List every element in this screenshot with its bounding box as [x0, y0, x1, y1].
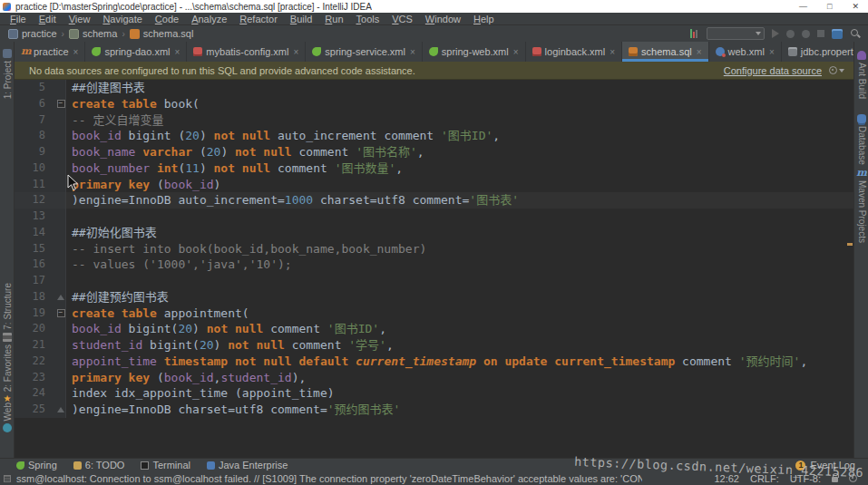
code-line: 25)engine=InnoDB charset=utf8 comment='预…: [15, 402, 853, 418]
fold-column: [56, 209, 66, 225]
tab-label: web.xml: [728, 46, 765, 57]
maximize-icon[interactable]: □: [827, 0, 832, 13]
line-number: 5: [15, 80, 56, 96]
menu-item-navigate[interactable]: Navigate: [96, 13, 148, 25]
tab-spring-service.xml[interactable]: spring-service.xml×: [306, 42, 422, 62]
fold-column: [56, 128, 66, 144]
close-icon[interactable]: ✕: [852, 0, 859, 13]
line-number: 15: [15, 241, 56, 257]
code-editor[interactable]: 5##创建图书表6−create table book(7-- 定义自增变量8b…: [15, 80, 853, 458]
tab-mybatis-config.xml[interactable]: mybatis-config.xml×: [187, 42, 306, 62]
line-number: 8: [15, 128, 56, 144]
menu-item-analyze[interactable]: Analyze: [185, 13, 233, 25]
caret-position[interactable]: 12:62: [714, 473, 739, 484]
line-number: 22: [15, 354, 56, 370]
gear-icon: [829, 66, 837, 74]
coverage-button[interactable]: [802, 30, 810, 38]
toolwindow-switcher-icon[interactable]: [4, 475, 11, 482]
menu-item-build[interactable]: Build: [284, 13, 318, 25]
error-stripe-mark[interactable]: [847, 243, 853, 246]
tab-close-icon[interactable]: ×: [410, 47, 415, 57]
line-number: 21: [15, 337, 56, 354]
project-folder-icon: [8, 29, 18, 39]
tab-spring-dao.xml[interactable]: spring-dao.xml×: [85, 42, 187, 62]
menu-item-window[interactable]: Window: [419, 13, 467, 25]
file-encoding[interactable]: UTF-8:: [790, 473, 821, 484]
todo-icon: [73, 461, 82, 470]
fold-end-icon[interactable]: [57, 407, 64, 412]
stripe-button-project[interactable]: 1: Project: [0, 49, 15, 99]
toolwindow-button-todo[interactable]: 6: TODO: [73, 460, 125, 470]
stripe-button-structure[interactable]: 7: Structure: [0, 283, 15, 342]
lock-icon[interactable]: [832, 477, 838, 482]
code-text: create table book(: [66, 96, 200, 112]
code-line: 5##创建图书表: [15, 80, 853, 96]
tab-close-icon[interactable]: ×: [293, 47, 298, 57]
fold-end-icon[interactable]: [57, 295, 64, 300]
configure-datasource-link[interactable]: Configure data source: [724, 65, 822, 76]
tab-spring-web.xml[interactable]: spring-web.xml×: [423, 42, 526, 62]
stripe-button-web[interactable]: Web: [0, 403, 15, 432]
breadcrumb-item[interactable]: practice: [5, 28, 60, 39]
menu-item-refactor[interactable]: Refactor: [233, 13, 284, 25]
menu-item-view[interactable]: View: [63, 13, 97, 25]
menu-item-file[interactable]: File: [4, 13, 33, 25]
stop-button[interactable]: [817, 30, 824, 37]
tab-schema.sql[interactable]: schema.sql×: [622, 42, 708, 62]
tab-close-icon[interactable]: ×: [513, 47, 519, 57]
stripe-button-favorites[interactable]: 2: Favorites★: [0, 344, 15, 403]
tab-web.xml[interactable]: web.xml×: [709, 42, 782, 62]
debug-button[interactable]: [786, 30, 795, 38]
tab-close-icon[interactable]: ×: [175, 47, 180, 57]
fold-collapse-icon[interactable]: −: [57, 100, 65, 108]
line-number: 16: [15, 257, 56, 273]
tab-loginback.xml[interactable]: loginback.xml×: [526, 42, 622, 62]
stripe-button-database[interactable]: Database: [854, 114, 868, 165]
navigation-bar: practice›schema›schema.sql: [0, 25, 868, 42]
menu-item-tools[interactable]: Tools: [350, 13, 386, 25]
breadcrumb-item[interactable]: schema: [66, 28, 121, 39]
code-text: book_name varchar (20) not null comment …: [66, 144, 424, 160]
line-number: 6: [15, 96, 56, 112]
fold-column: [56, 337, 66, 354]
run-config-select[interactable]: [707, 27, 765, 40]
tab-close-icon[interactable]: ×: [73, 47, 79, 57]
tab-close-icon[interactable]: ×: [610, 47, 615, 57]
code-line: 6−create table book(: [15, 96, 853, 112]
tab-close-icon[interactable]: ×: [697, 47, 702, 57]
menu-item-vcs[interactable]: VCS: [385, 13, 419, 25]
menu-item-edit[interactable]: Edit: [33, 13, 63, 25]
tab-close-icon[interactable]: ×: [769, 47, 775, 57]
status-message[interactable]: ssm@localhost: Connection to ssm@localho…: [16, 473, 642, 484]
stripe-button-antbuild[interactable]: Ant Build: [854, 51, 868, 99]
fold-column: [56, 241, 66, 257]
event-log-label: Event Log: [810, 460, 855, 470]
code-text: -- 定义自增变量: [66, 112, 163, 129]
line-separator[interactable]: CRLF:: [750, 473, 779, 484]
code-text: primary key (book_id): [66, 177, 220, 193]
menu-item-help[interactable]: Help: [467, 13, 501, 25]
stripe-button-mavenprojects[interactable]: mMaven Projects: [854, 169, 868, 243]
stripe-label: 2: Favorites: [3, 344, 13, 392]
code-line: 12)engine=InnoDB auto_increment=1000 cha…: [15, 192, 853, 209]
toolwindow-button-terminal[interactable]: Terminal: [141, 460, 190, 470]
tool-panel-icon[interactable]: [832, 29, 843, 39]
breadcrumb-item[interactable]: schema.sql: [127, 28, 197, 39]
toolwindow-button-javaenterprise[interactable]: Java Enterprise: [207, 460, 288, 470]
highlighting-level-icon[interactable]: [849, 474, 857, 482]
minimize-icon[interactable]: —: [799, 0, 807, 13]
db-icon: [857, 114, 866, 123]
event-log-button[interactable]: 1 Event Log: [795, 460, 868, 470]
web-icon: [3, 423, 12, 432]
menu-item-code[interactable]: Code: [149, 13, 185, 25]
breadcrumb-label: schema: [83, 28, 118, 39]
run-button[interactable]: [772, 29, 779, 38]
toolwindow-button-spring[interactable]: Spring: [16, 460, 57, 470]
tab-jdbc.properties[interactable]: jdbc.properties×: [782, 42, 853, 62]
tab-label: jdbc.properties: [801, 46, 853, 57]
tab-practice[interactable]: mpractice×: [15, 42, 85, 62]
fold-collapse-icon[interactable]: −: [57, 309, 65, 317]
menu-item-run[interactable]: Run: [318, 13, 349, 25]
banner-settings[interactable]: [829, 66, 844, 74]
search-icon[interactable]: [850, 28, 861, 39]
